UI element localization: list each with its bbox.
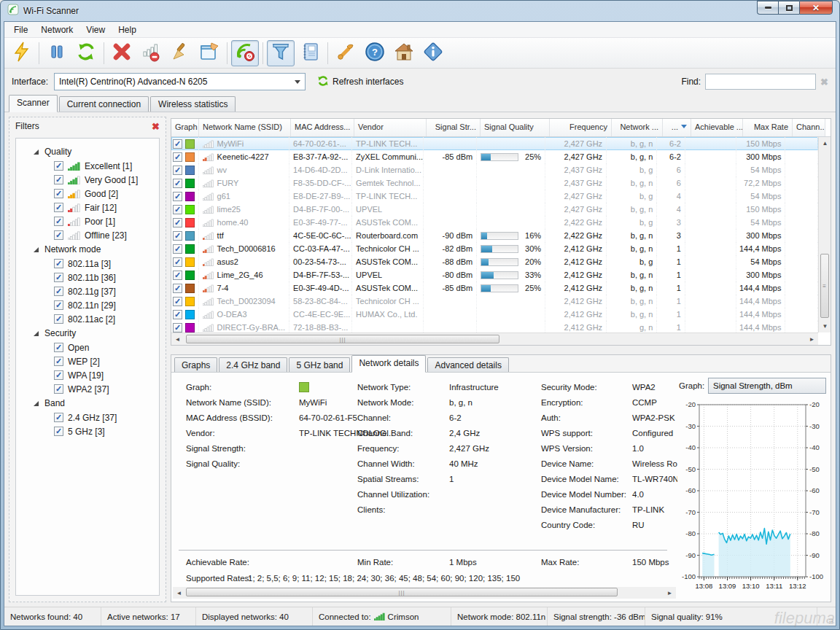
filter-checkbox[interactable] xyxy=(54,287,63,296)
column-header-network-name-ssid-[interactable]: Network Name (SSID) xyxy=(199,119,291,136)
filter-item[interactable]: 802.11b [36] xyxy=(16,271,159,284)
filter-item[interactable]: 5 GHz [3] xyxy=(16,424,159,438)
filter-item[interactable]: Good [2] xyxy=(16,187,159,201)
find-input[interactable] xyxy=(705,74,816,90)
graph-type-select[interactable]: Signal Strength, dBm xyxy=(708,378,826,394)
stop-scan-button[interactable] xyxy=(231,40,259,66)
filter-item[interactable]: Offline [23] xyxy=(16,228,159,242)
row-checkbox[interactable] xyxy=(173,271,182,280)
filter-checkbox[interactable] xyxy=(54,203,63,212)
filter-checkbox[interactable] xyxy=(54,357,63,366)
scroll-right-icon[interactable]: ► xyxy=(664,587,676,599)
filter-item[interactable]: 2.4 GHz [37] xyxy=(16,411,159,424)
filter-checkbox[interactable] xyxy=(54,300,63,310)
filters-close-icon[interactable]: ✖ xyxy=(152,121,160,132)
filter-checkbox[interactable] xyxy=(54,259,63,268)
column-header-chann-[interactable]: Chann... xyxy=(793,119,825,136)
refresh-button[interactable] xyxy=(72,40,100,66)
column-header-max-rate[interactable]: Max Rate xyxy=(743,119,793,136)
tab-advanced-details[interactable]: Advanced details xyxy=(427,357,508,372)
filter-checkbox[interactable] xyxy=(54,370,63,380)
row-checkbox[interactable] xyxy=(173,297,182,306)
column-header-signal-str-[interactable]: Signal Str... xyxy=(427,119,481,136)
table-row[interactable]: MyWiFi64-70-02-61-...TP-LINK TECH...2,42… xyxy=(171,137,818,150)
column-header-vendor[interactable]: Vendor xyxy=(354,119,427,136)
filter-item[interactable]: WPA [19] xyxy=(16,368,159,382)
table-vertical-scrollbar[interactable]: ▲ ▼ ≡ xyxy=(818,137,831,332)
tab-current-connection[interactable]: Current connection xyxy=(59,96,149,112)
filter-item[interactable]: Very Good [1] xyxy=(16,173,159,187)
tree-expanded-icon[interactable] xyxy=(34,149,39,155)
find-clear-icon[interactable]: ✖ xyxy=(820,77,828,88)
table-row[interactable]: Tech_D0006816CC-03-FA-47-...Technicolor … xyxy=(171,242,818,255)
filter-checkbox[interactable] xyxy=(54,161,63,171)
filter-item[interactable]: Poor [1] xyxy=(16,214,159,228)
help-button[interactable]: ? xyxy=(361,40,389,66)
filter-item[interactable]: 802.11ac [2] xyxy=(16,312,159,326)
filter-item[interactable]: Excellent [1] xyxy=(16,159,159,173)
about-button[interactable] xyxy=(419,40,447,66)
tab-graphs[interactable]: Graphs xyxy=(174,357,217,372)
table-row[interactable]: lime25D4-BF-7F-00-...UPVEL2,427 GHzb, g,… xyxy=(171,203,818,216)
filter-checkbox[interactable] xyxy=(54,273,63,282)
filter-item[interactable]: WPA2 [37] xyxy=(16,382,159,396)
table-row[interactable]: O-DEA3CC-4E-EC-9E...HUMAX Co., Ltd.2,412… xyxy=(171,308,818,321)
column-header-graph[interactable]: Graph xyxy=(171,119,199,136)
filter-checkbox[interactable] xyxy=(54,217,63,226)
row-checkbox[interactable] xyxy=(173,139,182,149)
table-row[interactable]: ttf4C-5E-0C-6C-...Routerboard.com-90 dBm… xyxy=(171,229,818,242)
row-checkbox[interactable] xyxy=(173,323,182,332)
row-checkbox[interactable] xyxy=(173,218,182,228)
refresh-interfaces-button[interactable]: Refresh interfaces xyxy=(317,75,403,89)
table-row[interactable]: Keenetic-4227E8-37-7A-92-...ZyXEL Commun… xyxy=(171,150,818,163)
filter-checkbox[interactable] xyxy=(54,314,63,324)
column-header--[interactable]: ... xyxy=(663,119,691,136)
details-horizontal-scrollbar[interactable]: ◄►||| xyxy=(173,587,676,599)
table-row[interactable]: wv14-D6-4D-2D...D-Link Internatio...2,43… xyxy=(171,163,818,176)
filter-group-band[interactable]: Band xyxy=(16,396,159,411)
menu-item-file[interactable]: File xyxy=(7,23,34,37)
home-button[interactable] xyxy=(390,40,418,66)
minimize-button[interactable] xyxy=(757,1,778,15)
table-row[interactable]: FURYF8-35-DD-CF-...Gemtek Technol...2,43… xyxy=(171,176,818,190)
menu-item-network[interactable]: Network xyxy=(34,23,79,37)
clear-button[interactable] xyxy=(166,40,194,66)
filter-group-security[interactable]: Security xyxy=(16,326,159,341)
close-button[interactable]: ✕ xyxy=(799,1,833,15)
row-checkbox[interactable] xyxy=(173,166,182,175)
log-button[interactable] xyxy=(296,40,324,66)
tab-2-4-ghz-band[interactable]: 2.4 GHz band xyxy=(219,357,287,372)
table-row[interactable]: Tech_D002309458-23-8C-84-...Technicolor … xyxy=(171,295,818,308)
copy-window-button[interactable] xyxy=(195,40,223,66)
scrollbar-thumb[interactable]: ||| xyxy=(186,335,499,343)
filter-checkbox[interactable] xyxy=(54,343,63,352)
column-header-signal-quality[interactable]: Signal Quality xyxy=(481,119,550,136)
row-checkbox[interactable] xyxy=(173,152,182,162)
scrollbar-thumb[interactable]: ||| xyxy=(186,588,618,596)
filter-item[interactable]: Fair [12] xyxy=(16,201,159,214)
row-checkbox[interactable] xyxy=(173,310,182,319)
filter-item[interactable]: Open xyxy=(16,341,159,354)
scroll-up-icon[interactable]: ▲ xyxy=(819,137,831,149)
table-horizontal-scrollbar[interactable]: ◄ ► ||| xyxy=(171,332,818,345)
scroll-left-icon[interactable]: ◄ xyxy=(173,587,185,599)
filter-checkbox[interactable] xyxy=(54,413,63,422)
tab-wireless-statistics[interactable]: Wireless statistics xyxy=(150,96,236,112)
delete-button[interactable] xyxy=(108,40,136,66)
column-header-mac-address-[interactable]: MAC Address... xyxy=(291,119,354,136)
tab-network-details[interactable]: Network details xyxy=(351,355,426,373)
filter-checkbox[interactable] xyxy=(54,230,63,240)
filter-group-quality[interactable]: Quality xyxy=(16,144,159,159)
filter-checkbox[interactable] xyxy=(54,175,63,184)
interface-select[interactable]: Intel(R) Centrino(R) Advanced-N 6205 xyxy=(54,73,306,90)
row-checkbox[interactable] xyxy=(173,205,182,214)
menu-item-view[interactable]: View xyxy=(79,23,112,37)
scrollbar-thumb[interactable]: ≡ xyxy=(820,254,829,318)
table-row[interactable]: g61E8-DE-27-B9-...TP-LINK TECH...2,427 G… xyxy=(171,190,818,203)
tree-expanded-icon[interactable] xyxy=(34,247,39,252)
row-checkbox[interactable] xyxy=(173,231,182,241)
filter-checkbox[interactable] xyxy=(54,189,63,198)
filter-checkbox[interactable] xyxy=(54,384,63,394)
column-header-achievable-[interactable]: Achievable ... xyxy=(691,119,743,136)
remove-inactive-button[interactable] xyxy=(137,40,165,66)
